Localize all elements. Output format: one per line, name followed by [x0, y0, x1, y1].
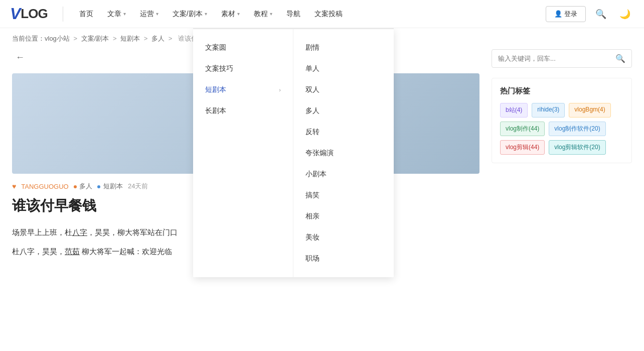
theme-toggle-button[interactable]: 🌙: [616, 5, 634, 23]
dropdown-right-mini-script[interactable]: 小剧本: [293, 164, 394, 185]
tag2-label: 短剧本: [103, 182, 123, 190]
nav-item-navigation[interactable]: 导航: [280, 6, 306, 23]
dropdown-right-workplace[interactable]: 职场: [293, 248, 394, 269]
chevron-down-icon: ▾: [270, 11, 272, 17]
article-time: 24天前: [128, 182, 148, 191]
dropdown-right-exaggerate[interactable]: 夸张煽演: [293, 143, 394, 164]
hot-tags-title: 热门标签: [500, 86, 623, 96]
chevron-down-icon: ▾: [156, 11, 158, 17]
dropdown-right-label: 单人: [305, 64, 319, 72]
nav-label-copywriting: 文案/剧本: [173, 10, 203, 19]
dropdown-label: 文案技巧: [205, 64, 233, 73]
nav-label-home: 首页: [79, 10, 93, 19]
login-button[interactable]: 👤 登录: [546, 6, 586, 22]
sidebar: 🔍 热门标签 b站(4) rihide(3) vlogBgm(4) vlog制作…: [492, 49, 632, 263]
nav-item-submit[interactable]: 文案投稿: [308, 6, 349, 23]
nav-label-navigation: 导航: [286, 10, 300, 19]
header-right: 👤 登录 🔍 🌙: [546, 5, 634, 23]
hot-tags-section: 热门标签 b站(4) rihide(3) vlogBgm(4) vlog制作(4…: [492, 78, 632, 163]
dropdown-right-label: 双人: [305, 85, 319, 93]
character-fanru: 范茹: [65, 247, 80, 256]
breadcrumb-sep: >: [73, 35, 79, 42]
moon-icon: 🌙: [619, 9, 630, 20]
nav-item-material[interactable]: 素材 ▾: [215, 6, 246, 23]
meta-dot-blue: 短剧本: [97, 182, 123, 191]
nav-label-tutorial: 教程: [254, 10, 268, 19]
nav-label-operations: 运营: [140, 10, 154, 19]
dropdown-right-solo[interactable]: 单人: [293, 58, 394, 79]
nav-item-tutorial[interactable]: 教程 ▾: [248, 6, 278, 23]
chevron-down-icon: ▾: [123, 11, 126, 17]
dropdown-item-long-script[interactable]: 长剧本: [193, 100, 293, 122]
dropdown-right-multi[interactable]: 多人: [293, 100, 394, 122]
dropdown-right-label: 剧情: [305, 43, 319, 51]
header: V LOG 首页 文章 ▾ 运营 ▾ 文案/剧本 ▾ 素材 ▾ 教程 ▾ 导航: [0, 0, 644, 28]
breadcrumb-link-multi[interactable]: 多人: [151, 35, 165, 42]
dropdown-right-label: 职场: [305, 254, 319, 262]
login-label: 登录: [564, 10, 577, 19]
dropdown-right-panel: 剧情 单人 双人 多人 反转 夸张煽演 小剧本 搞笑: [293, 29, 394, 275]
dropdown-right-makeup[interactable]: 美妆: [293, 227, 394, 248]
nav-item-home[interactable]: 首页: [73, 6, 99, 23]
nav-label-material: 素材: [221, 10, 235, 19]
dot-orange: [74, 185, 77, 188]
dropdown-menu: 文案圆 文案技巧 短剧本 › 长剧本 剧情 单人 双人: [193, 28, 394, 275]
dropdown-right-label: 反转: [305, 128, 319, 136]
tag-vlog-edit[interactable]: vlog剪辑(44): [500, 140, 545, 155]
dropdown-label: 短剧本: [205, 85, 226, 94]
dropdown-right-drama[interactable]: 剧情: [293, 37, 394, 58]
tag-vlog-make[interactable]: vlog制作(44): [500, 122, 545, 136]
search-icon: 🔍: [595, 9, 606, 20]
tags-grid: b站(4) rihide(3) vlogBgm(4) vlog制作(44) vl…: [500, 103, 623, 155]
breadcrumb-link-short-script[interactable]: 短剧本: [120, 35, 140, 42]
logo-log: LOG: [21, 6, 47, 22]
logo-v: V: [10, 5, 21, 23]
breadcrumb-sep: >: [113, 35, 118, 42]
search-box: 🔍: [492, 49, 632, 68]
chevron-right-icon: ›: [279, 87, 281, 93]
dropdown-left-panel: 文案圆 文案技巧 短剧本 › 长剧本: [193, 29, 293, 275]
back-button[interactable]: ←: [12, 49, 28, 65]
tag-rihide[interactable]: rihide(3): [532, 103, 565, 118]
dropdown-item-short-script[interactable]: 短剧本 ›: [193, 79, 293, 100]
search-input[interactable]: [498, 55, 615, 62]
breadcrumb-link-home[interactable]: 当前位置：vlog小站: [12, 35, 70, 42]
tag-b-station[interactable]: b站(4): [500, 103, 528, 118]
dropdown-label: 文案圆: [205, 43, 226, 52]
nav-item-operations[interactable]: 运营 ▾: [134, 6, 165, 23]
dropdown-right-label: 多人: [305, 106, 319, 114]
character-bazhi: 八字: [72, 228, 87, 237]
meta-dot-orange: 多人: [74, 182, 93, 191]
header-divider: [63, 7, 63, 22]
dropdown-right-funny[interactable]: 搞笑: [293, 185, 394, 206]
dropdown-item-copywriting-tips[interactable]: 文案技巧: [193, 58, 293, 79]
dropdown-right-blind-date[interactable]: 相亲: [293, 206, 394, 227]
logo[interactable]: V LOG: [10, 5, 48, 23]
nav-label-submit: 文案投稿: [314, 10, 343, 19]
breadcrumb-sep: >: [169, 35, 174, 42]
search-button[interactable]: 🔍: [592, 5, 610, 23]
chevron-down-icon: ▾: [237, 11, 240, 17]
heart-icon: ♥: [12, 182, 16, 190]
main-nav: 首页 文章 ▾ 运营 ▾ 文案/剧本 ▾ 素材 ▾ 教程 ▾ 导航 文案投稿: [73, 6, 546, 23]
dropdown-right-duo[interactable]: 双人: [293, 79, 394, 100]
dropdown-right-label: 小剧本: [305, 170, 327, 178]
dropdown-right-twist[interactable]: 反转: [293, 122, 394, 143]
dropdown-right-label: 搞笑: [305, 191, 319, 199]
tag-vlog-make-software[interactable]: vlog制作软件(20): [549, 122, 605, 136]
search-icon[interactable]: 🔍: [615, 54, 625, 63]
tag-vlog-edit-software[interactable]: vlog剪辑软件(20): [549, 140, 605, 155]
dropdown-item-copywriting-circle[interactable]: 文案圆: [193, 37, 293, 58]
dropdown-right-label: 相亲: [305, 212, 319, 220]
nav-item-copywriting[interactable]: 文案/剧本 ▾: [167, 6, 213, 23]
user-icon: 👤: [554, 10, 562, 18]
breadcrumb-link-copywriting[interactable]: 文案/剧本: [81, 35, 109, 42]
tag-vlog-bgm[interactable]: vlogBgm(4): [569, 103, 610, 118]
dropdown-right-label: 美妆: [305, 233, 319, 241]
back-icon: ←: [16, 52, 25, 63]
dropdown-label: 长剧本: [205, 106, 226, 115]
breadcrumb-sep: >: [144, 35, 149, 42]
nav-label-article: 文章: [107, 10, 121, 19]
nav-item-article[interactable]: 文章 ▾: [101, 6, 132, 23]
chevron-down-icon: ▾: [205, 11, 207, 17]
